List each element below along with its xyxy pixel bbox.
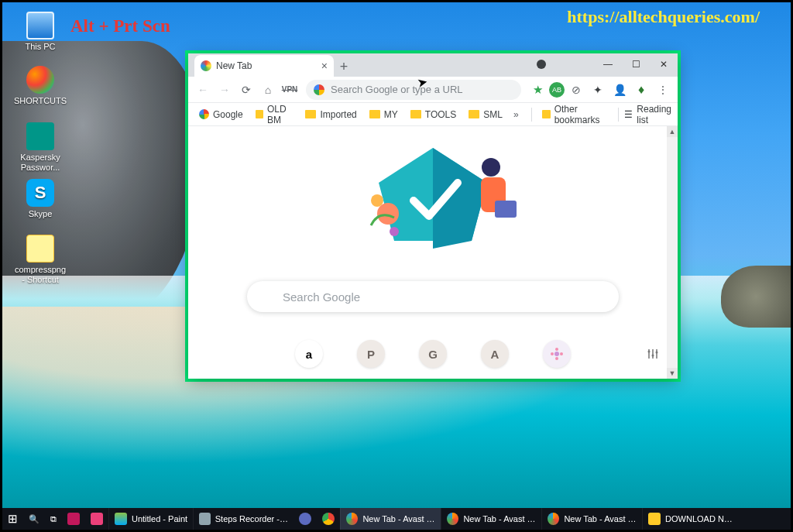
svg-point-13: [656, 352, 658, 354]
browser-tab[interactable]: New Tab ×: [194, 55, 334, 77]
taskbar-pin-1[interactable]: [62, 508, 85, 530]
shortcut-p[interactable]: P: [357, 340, 385, 368]
taskbar-app-chrome-1[interactable]: New Tab - Avast S...: [340, 508, 441, 530]
taskbar-app-explorer[interactable]: DOWNLOAD NEW: [642, 508, 743, 530]
new-tab-button[interactable]: +: [334, 57, 354, 77]
nav-reload-button[interactable]: ⟳: [236, 80, 256, 100]
app-icon: [91, 513, 103, 525]
taskbar-pin-chrome[interactable]: [317, 508, 340, 530]
folder-icon: [369, 110, 380, 118]
folder-icon: [256, 110, 263, 118]
shortcut-amazon[interactable]: a: [295, 340, 323, 368]
hero-illustration: [332, 140, 534, 256]
butterfly-icon: [26, 66, 54, 94]
svg-point-6: [554, 352, 559, 356]
folder-icon: [469, 110, 479, 118]
folder-icon: [410, 110, 421, 118]
window-minimize-button[interactable]: ―: [594, 53, 622, 75]
security-shield-icon[interactable]: ♦: [631, 80, 651, 100]
avast-browser-icon: [447, 513, 458, 525]
bookmark-label: SML: [483, 109, 503, 120]
annotation-watermark-url: https://alltechqueries.com/: [567, 7, 760, 27]
profile-icon[interactable]: 👤: [609, 80, 630, 100]
bookmark-label: Reading list: [637, 104, 671, 125]
media-indicator-icon[interactable]: [537, 60, 546, 69]
bookmarks-overflow-button[interactable]: »: [510, 109, 522, 120]
scroll-down-icon[interactable]: ▼: [667, 368, 678, 379]
svg-rect-2: [495, 201, 517, 218]
bookmark-label: Google: [213, 109, 243, 120]
taskbar-label: New Tab - Avast S...: [463, 514, 536, 523]
desktop-icon-skype[interactable]: S Skype: [13, 179, 67, 219]
app-icon: [67, 513, 80, 525]
bookmark-label: MY: [384, 109, 398, 120]
folder-icon: [305, 110, 316, 118]
nav-forward-button[interactable]: →: [215, 80, 235, 100]
annotation-shortcut: Alt + Prt Scn: [70, 16, 170, 36]
bookmark-label: TOOLS: [425, 109, 456, 120]
search-button[interactable]: 🔍: [23, 508, 45, 530]
bookmark-tools[interactable]: TOOLS: [406, 107, 461, 122]
shortcut-custom[interactable]: [543, 340, 571, 368]
vertical-scrollbar[interactable]: ▲ ▼: [667, 126, 678, 379]
desktop-icon-kaspersky[interactable]: Kaspersky Passwor...: [13, 122, 67, 172]
omnibox[interactable]: Search Google or type a URL: [306, 80, 521, 100]
desktop-icon-this-pc[interactable]: This PC: [13, 12, 67, 52]
taskbar-app-chrome-3[interactable]: New Tab - Avast S...: [541, 508, 642, 530]
taskbar-pin-2[interactable]: [85, 508, 108, 530]
other-bookmarks-button[interactable]: Other bookmarks: [537, 101, 611, 128]
vpn-indicator[interactable]: VPN: [280, 80, 300, 100]
chrome-menu-button[interactable]: ⋮: [653, 80, 673, 100]
svg-point-3: [377, 203, 399, 225]
svg-point-10: [560, 352, 563, 355]
desktop-icon-compresspng[interactable]: compresspng - Shortcut: [13, 235, 67, 284]
nav-back-button[interactable]: ←: [193, 80, 213, 100]
bookmark-sml[interactable]: SML: [464, 107, 507, 122]
bookmark-my[interactable]: MY: [365, 107, 403, 122]
bookmark-label: Other bookmarks: [554, 104, 607, 125]
bookmark-oldbm[interactable]: OLD BM: [251, 101, 298, 128]
windows-taskbar: ⊞ 🔍 ⧉ Untitled - Paint Steps Recorder - …: [2, 508, 791, 530]
scroll-up-icon[interactable]: ▲: [667, 126, 678, 137]
folder-icon: [648, 513, 661, 525]
taskbar-app-chrome-2[interactable]: New Tab - Avast S...: [441, 508, 541, 530]
kaspersky-icon: [26, 122, 54, 150]
search-google-input[interactable]: Search Google: [247, 281, 619, 312]
shortcut-a[interactable]: A: [481, 340, 509, 368]
desktop-icon-label: compresspng - Shortcut: [13, 265, 67, 284]
task-view-button[interactable]: ⧉: [45, 508, 62, 530]
google-icon: [314, 84, 324, 95]
paint-icon: [115, 513, 127, 525]
titlebar[interactable]: New Tab × + ― ☐ ✕ ➤: [188, 53, 678, 77]
extension-block-icon[interactable]: ⊘: [566, 80, 586, 100]
taskbar-pin-snip[interactable]: [294, 508, 317, 530]
tab-close-icon[interactable]: ×: [321, 60, 328, 72]
extensions-puzzle-icon[interactable]: ✦: [588, 80, 608, 100]
taskbar-app-steps-recorder[interactable]: Steps Recorder - R...: [193, 508, 294, 530]
search-placeholder: Search Google: [283, 290, 360, 304]
desktop-icon-label: Kaspersky Passwor...: [13, 153, 67, 172]
start-button[interactable]: ⊞: [2, 508, 23, 530]
page-content: ▲ ▼ Search Google a P: [188, 126, 678, 379]
customize-page-button[interactable]: [647, 348, 659, 363]
svg-point-11: [648, 351, 651, 353]
desktop-icon-shortcuts[interactable]: SHORTCUTS: [13, 66, 67, 106]
bookmark-google[interactable]: Google: [194, 107, 248, 122]
bookmark-imported[interactable]: Imported: [300, 107, 361, 122]
shortcut-g[interactable]: G: [419, 340, 447, 368]
svg-point-5: [390, 227, 399, 236]
chrome-window: New Tab × + ― ☐ ✕ ➤ ← → ⟳ ⌂ VPN Search G…: [188, 53, 678, 379]
svg-point-0: [482, 158, 500, 177]
taskbar-label: New Tab - Avast S...: [362, 514, 435, 523]
reading-list-button[interactable]: ☰Reading list: [624, 104, 671, 125]
nav-home-button[interactable]: ⌂: [258, 80, 278, 100]
window-maximize-button[interactable]: ☐: [622, 53, 650, 75]
address-bar: ← → ⟳ ⌂ VPN Search Google or type a URL …: [188, 77, 678, 103]
profile-badge[interactable]: AB: [549, 82, 565, 98]
svg-point-4: [371, 194, 383, 207]
taskbar-app-paint[interactable]: Untitled - Paint: [108, 508, 193, 530]
bookmark-star-icon[interactable]: ★: [527, 80, 548, 100]
monitor-icon: [26, 12, 54, 39]
window-close-button[interactable]: ✕: [650, 53, 678, 75]
svg-point-8: [555, 357, 558, 360]
